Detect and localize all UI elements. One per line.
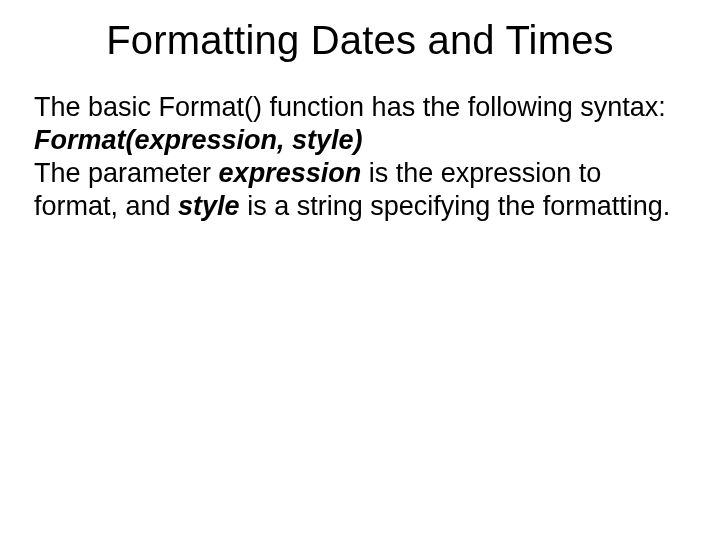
slide-body: The basic Format() function has the foll… (34, 91, 686, 223)
body-signature: Format(expression, style) (34, 124, 686, 157)
slide-title: Formatting Dates and Times (34, 18, 686, 63)
param-style: style (178, 191, 240, 221)
param-expression: expression (219, 158, 362, 188)
slide: Formatting Dates and Times The basic For… (0, 0, 720, 540)
text-run: The parameter (34, 158, 219, 188)
text-run: is a string specifying the formatting. (240, 191, 671, 221)
body-line-1: The basic Format() function has the foll… (34, 91, 686, 124)
body-line-3: The parameter expression is the expressi… (34, 157, 686, 223)
